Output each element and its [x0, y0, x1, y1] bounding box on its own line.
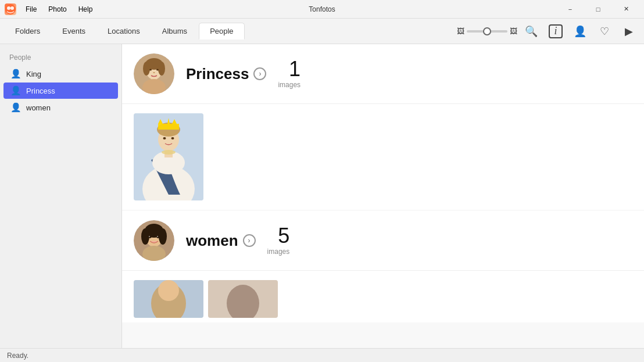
- svg-point-1: [7, 6, 10, 10]
- svg-point-11: [156, 69, 159, 71]
- play-button[interactable]: ▶: [618, 21, 639, 42]
- sidebar-item-princess-label: Princess: [26, 87, 55, 95]
- face-icon: 👤: [574, 25, 586, 38]
- info-icon: i: [549, 24, 563, 38]
- svg-point-34: [157, 236, 160, 238]
- person-icon-women: 👤: [10, 102, 22, 113]
- svg-point-36: [157, 236, 158, 237]
- svg-point-30: [159, 228, 167, 245]
- person-icon: 👤: [10, 69, 22, 79]
- svg-point-39: [158, 280, 179, 301]
- women-count: 5 images: [267, 225, 290, 256]
- close-button[interactable]: ✕: [613, 0, 639, 19]
- women-photo-partial[interactable]: [134, 280, 203, 318]
- svg-point-33: [149, 236, 152, 238]
- svg-point-10: [149, 69, 152, 71]
- sidebar-item-king[interactable]: 👤 King: [3, 66, 118, 82]
- princess-photo-1[interactable]: [134, 113, 203, 200]
- titlebar: File Photo Help Tonfotos − □ ✕: [0, 0, 644, 19]
- zoom-control: 🖼 🖼: [457, 27, 517, 35]
- women-images-label: images: [267, 248, 290, 256]
- svg-point-7: [158, 62, 165, 76]
- women-section: women › 5 images: [122, 211, 644, 322]
- sidebar-item-women-label: women: [26, 103, 51, 112]
- women-name: women: [186, 232, 238, 250]
- svg-rect-19: [158, 124, 179, 130]
- princess-header: Princess › 1 images: [122, 44, 644, 104]
- tab-folders[interactable]: Folders: [5, 23, 51, 40]
- tab-locations[interactable]: Locations: [97, 23, 151, 40]
- sidebar-item-women[interactable]: 👤 women: [3, 99, 118, 116]
- main-content: People 👤 King 👤 Princess 👤 women: [0, 44, 644, 348]
- search-icon: 🔍: [525, 25, 538, 38]
- zoom-thumb: [483, 27, 491, 35]
- women-photo-partial-2[interactable]: [208, 280, 278, 318]
- women-arrow-button[interactable]: ›: [243, 234, 256, 247]
- sidebar-item-princess[interactable]: 👤 Princess: [3, 83, 118, 99]
- princess-images-label: images: [278, 81, 300, 89]
- menu-file[interactable]: File: [21, 4, 41, 15]
- menu-bar: File Photo Help: [21, 4, 97, 15]
- svg-point-29: [141, 228, 149, 245]
- person-icon-princess: 👤: [10, 85, 22, 96]
- women-avatar: [134, 220, 174, 261]
- svg-point-35: [149, 236, 150, 237]
- women-name-group: women ›: [186, 232, 256, 250]
- tab-bar: Folders Events Locations Albums People: [5, 23, 457, 40]
- princess-avatar: [134, 53, 174, 94]
- princess-name-group: Princess ›: [186, 65, 266, 83]
- tab-events[interactable]: Events: [52, 23, 96, 40]
- tab-people[interactable]: People: [199, 23, 244, 40]
- heart-button[interactable]: ♡: [594, 21, 615, 42]
- window-controls: − □ ✕: [557, 0, 639, 19]
- princess-count: 1 images: [278, 59, 300, 89]
- princess-name: Princess: [186, 65, 249, 83]
- statusbar: Ready.: [0, 348, 644, 362]
- menu-help[interactable]: Help: [74, 4, 98, 15]
- info-button[interactable]: i: [545, 21, 566, 42]
- svg-point-6: [143, 62, 150, 76]
- princess-image-count: 1: [278, 59, 300, 80]
- maximize-button[interactable]: □: [585, 0, 611, 19]
- app-title: Tonfotos: [309, 5, 335, 13]
- content-area: Princess › 1 images: [122, 44, 644, 348]
- svg-point-25: [162, 150, 176, 155]
- app-icon: [5, 3, 16, 15]
- menu-photo[interactable]: Photo: [44, 4, 71, 15]
- zoom-large-icon: 🖼: [510, 27, 517, 35]
- zoom-slider[interactable]: [467, 30, 507, 33]
- princess-arrow-button[interactable]: ›: [253, 67, 266, 80]
- titlebar-left: File Photo Help: [5, 3, 97, 15]
- status-text: Ready.: [7, 352, 28, 360]
- play-icon: ▶: [625, 25, 633, 38]
- sidebar: People 👤 King 👤 Princess 👤 women: [0, 44, 122, 348]
- toolbar: Folders Events Locations Albums People 🖼…: [0, 19, 644, 44]
- women-header: women › 5 images: [122, 211, 644, 271]
- zoom-small-icon: 🖼: [457, 27, 464, 35]
- minimize-button[interactable]: −: [557, 0, 584, 19]
- women-photos: [122, 271, 644, 322]
- svg-point-23: [163, 137, 166, 139]
- sidebar-item-king-label: King: [26, 70, 41, 78]
- svg-point-24: [171, 137, 174, 139]
- sidebar-section-title: People: [0, 51, 121, 65]
- heart-icon: ♡: [600, 25, 609, 38]
- svg-point-2: [10, 6, 14, 10]
- princess-section: Princess › 1 images: [122, 44, 644, 210]
- toolbar-right: 🖼 🖼 🔍 i 👤 ♡ ▶: [457, 21, 639, 42]
- tab-albums[interactable]: Albums: [152, 23, 198, 40]
- search-button[interactable]: 🔍: [521, 21, 542, 42]
- princess-photos: [122, 104, 644, 210]
- svg-point-12: [153, 72, 155, 73]
- face-button[interactable]: 👤: [570, 21, 591, 42]
- women-image-count: 5: [267, 225, 290, 246]
